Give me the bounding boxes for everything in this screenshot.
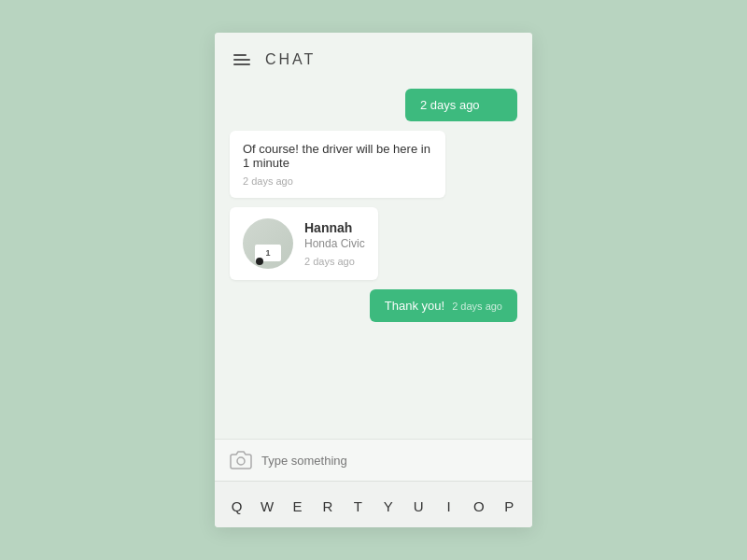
- chat-input[interactable]: [261, 454, 517, 468]
- menu-icon[interactable]: [233, 54, 250, 65]
- sent-message-2: Thank you! 2 days ago: [370, 289, 517, 322]
- keyboard-row-1: Q W E R T Y U I O P: [222, 493, 525, 520]
- key-e[interactable]: E: [283, 493, 313, 520]
- keyboard-area: Q W E R T Y U I O P: [215, 481, 532, 527]
- key-p[interactable]: P: [495, 493, 525, 520]
- camera-icon[interactable]: [230, 449, 252, 471]
- sent-message-2-time: 2 days ago: [452, 301, 502, 312]
- received-message-1-time: 2 days ago: [243, 175, 432, 187]
- key-i[interactable]: I: [434, 493, 464, 520]
- key-o[interactable]: O: [464, 493, 494, 520]
- key-w[interactable]: W: [252, 493, 282, 520]
- driver-name: Hannah: [304, 220, 365, 235]
- key-q[interactable]: Q: [222, 493, 252, 520]
- received-message-1-text: Of course! the driver will be here in 1 …: [243, 142, 432, 170]
- driver-car: Honda Civic: [304, 237, 365, 250]
- key-y[interactable]: Y: [374, 493, 403, 520]
- phone-container: CHAT 2 days ago Of course! the driver wi…: [215, 33, 532, 527]
- key-u[interactable]: U: [403, 493, 433, 520]
- svg-point-0: [237, 457, 245, 465]
- input-area: [215, 439, 532, 481]
- driver-card: Hannah Honda Civic 2 days ago: [230, 207, 378, 280]
- key-t[interactable]: T: [344, 493, 374, 520]
- chat-header: CHAT: [215, 33, 532, 79]
- driver-avatar: [243, 218, 293, 269]
- driver-pin-icon: [256, 258, 263, 265]
- driver-info: Hannah Honda Civic 2 days ago: [304, 220, 365, 267]
- sent-message-2-text: Thank you!: [385, 299, 444, 313]
- key-r[interactable]: R: [313, 493, 343, 520]
- sent-message-1: 2 days ago: [405, 89, 517, 121]
- received-message-1: Of course! the driver will be here in 1 …: [230, 131, 445, 198]
- sent-message-1-time: 2 days ago: [420, 98, 480, 112]
- chat-area: 2 days ago Of course! the driver will be…: [215, 79, 532, 439]
- page-title: CHAT: [265, 51, 316, 68]
- driver-card-time: 2 days ago: [304, 256, 365, 267]
